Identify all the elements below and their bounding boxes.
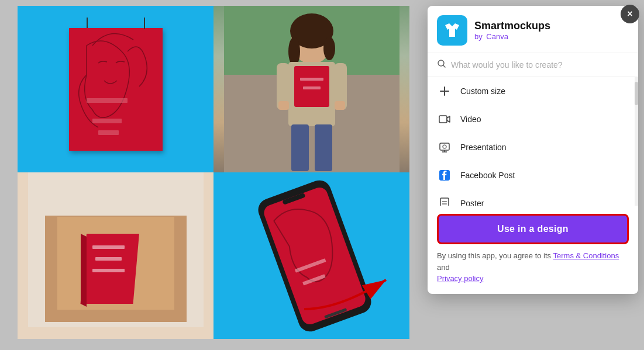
- svg-rect-2: [98, 130, 119, 135]
- menu-item-label-custom-size: Custom size: [460, 86, 505, 96]
- svg-rect-43: [440, 143, 449, 150]
- menu-item-label-poster: Poster: [460, 199, 484, 206]
- search-input[interactable]: [451, 60, 629, 70]
- svg-rect-26: [92, 245, 125, 249]
- close-button[interactable]: ×: [621, 5, 639, 23]
- app-icon: [437, 15, 467, 46]
- svg-rect-16: [278, 101, 289, 110]
- panel-header: Smartmockups by Canva: [428, 6, 638, 53]
- svg-rect-0: [87, 98, 128, 103]
- menu-item-facebook-post[interactable]: Facebook Post: [428, 161, 638, 189]
- menu-list: Custom size Video Presentation Facebook …: [428, 77, 638, 206]
- facebook-icon: [437, 168, 452, 183]
- menu-item-presentation[interactable]: Presentation: [428, 133, 638, 161]
- scrollbar-track[interactable]: [635, 77, 638, 206]
- poster-icon: [437, 196, 452, 206]
- app-name: Smartmockups: [474, 20, 550, 32]
- app-author-link[interactable]: Canva: [486, 32, 508, 41]
- menu-item-custom-size[interactable]: Custom size: [428, 77, 638, 105]
- svg-rect-1: [92, 119, 122, 123]
- menu-item-label-facebook-post: Facebook Post: [460, 171, 515, 180]
- use-btn-section: Use in a design: [428, 206, 638, 244]
- privacy-policy-link[interactable]: Privacy policy: [437, 274, 483, 283]
- svg-marker-29: [81, 234, 87, 307]
- video-icon: [437, 112, 452, 127]
- cell-poster-blue: [18, 6, 213, 172]
- terms-conditions-link[interactable]: Terms & Conditions: [553, 251, 619, 260]
- svg-rect-18: [291, 124, 309, 171]
- svg-point-46: [443, 145, 446, 148]
- scrollbar-thumb[interactable]: [635, 82, 638, 105]
- presentation-icon: [437, 140, 452, 155]
- svg-rect-17: [335, 101, 345, 110]
- app-by: by Canva: [474, 32, 550, 41]
- svg-rect-42: [439, 116, 447, 123]
- svg-rect-28: [92, 269, 125, 272]
- svg-rect-22: [46, 310, 186, 321]
- svg-line-39: [443, 65, 446, 68]
- menu-item-poster[interactable]: Poster: [428, 189, 638, 206]
- panel-footer: By using this app, you agree to its Term…: [428, 244, 638, 294]
- svg-rect-23: [46, 216, 57, 321]
- cell-phone-blue: [213, 172, 409, 339]
- svg-rect-27: [95, 257, 122, 261]
- smartmockups-panel: Smartmockups by Canva Custom size Video: [428, 6, 638, 294]
- menu-item-label-presentation: Presentation: [460, 143, 507, 152]
- poster-mockup: [69, 28, 163, 151]
- svg-rect-12: [300, 78, 323, 81]
- mockup-grid: [18, 6, 409, 339]
- search-icon: [437, 59, 446, 71]
- cell-book-shelf: [18, 172, 213, 339]
- footer-prefix: By using this app, you agree to its: [437, 251, 553, 260]
- menu-item-label-video: Video: [460, 115, 481, 124]
- use-in-design-button[interactable]: Use in a design: [437, 214, 629, 244]
- woman-mockup: [213, 6, 409, 172]
- svg-rect-19: [315, 124, 332, 171]
- search-bar: [428, 53, 638, 77]
- svg-rect-24: [174, 216, 186, 321]
- cell-woman-photo: [213, 6, 409, 172]
- svg-point-8: [288, 37, 300, 66]
- app-info: Smartmockups by Canva: [474, 20, 550, 41]
- footer-middle: and: [437, 263, 450, 272]
- plus-icon: [437, 84, 452, 99]
- menu-list-wrapper: Custom size Video Presentation Facebook …: [428, 77, 638, 206]
- svg-rect-13: [303, 86, 321, 89]
- menu-item-video[interactable]: Video: [428, 105, 638, 133]
- svg-point-9: [323, 37, 335, 60]
